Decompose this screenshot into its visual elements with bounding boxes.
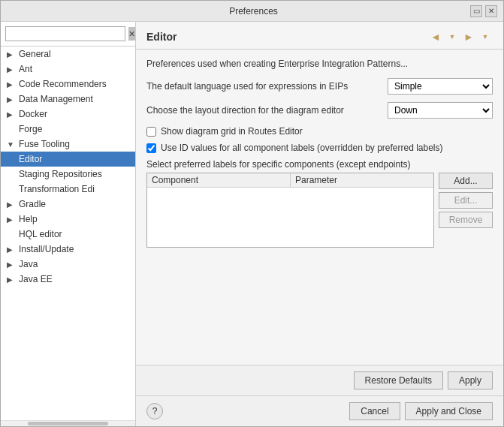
arrow-icon: ▶	[7, 80, 16, 89]
table-buttons: Add... Edit... Remove	[439, 173, 493, 248]
search-clear-button[interactable]: ✕	[128, 27, 135, 41]
table-area: Component Parameter Add... Edit... Remov…	[146, 173, 493, 248]
preferred-labels-table[interactable]: Component Parameter	[146, 173, 434, 248]
language-row: The default language used for expression…	[146, 78, 493, 95]
arrow-icon: ▶	[7, 200, 16, 209]
sidebar-item-label: Java	[19, 259, 38, 269]
sidebar-item-forge[interactable]: Forge	[1, 122, 135, 137]
close-button[interactable]: ✕	[485, 5, 497, 17]
window-title: Preferences	[37, 6, 470, 17]
content-area: ✕ ▶ General ▶ Ant ▶ Code Recommenders ▶ …	[1, 22, 503, 426]
layout-row: Choose the layout direction for the diag…	[146, 102, 493, 119]
sidebar-item-label: HQL editor	[19, 229, 62, 239]
right-panel: Editor ◄ ▼ ► ▼ Preferences used when cre…	[136, 22, 503, 426]
arrow-icon: ▶	[7, 50, 16, 59]
edit-button[interactable]: Edit...	[439, 192, 493, 209]
description-text: Preferences used when creating Enterpris…	[146, 59, 493, 69]
apply-and-close-button[interactable]: Apply and Close	[405, 402, 493, 420]
arrow-icon: ▶	[7, 95, 16, 104]
table-header: Component Parameter	[147, 173, 433, 188]
sidebar-item-label: Transformation Edi	[19, 184, 95, 194]
sidebar-item-label: General	[19, 49, 51, 59]
tree-container: ▶ General ▶ Ant ▶ Code Recommenders ▶ Da…	[1, 47, 135, 420]
table-section: Select preferred labels for specific com…	[146, 159, 493, 248]
sidebar-item-general[interactable]: ▶ General	[1, 47, 135, 62]
preferences-window: Preferences ▭ ✕ ✕ ▶ General ▶ Ant	[0, 0, 504, 427]
sidebar-item-docker[interactable]: ▶ Docker	[1, 107, 135, 122]
show-grid-row: Show diagram grid in Routes Editor	[146, 126, 493, 137]
sidebar-item-label: Gradle	[19, 199, 46, 209]
footer-right-buttons: Cancel Apply and Close	[349, 402, 493, 420]
cancel-button[interactable]: Cancel	[349, 402, 400, 420]
sidebar-item-label: Install/Update	[19, 244, 74, 254]
remove-button[interactable]: Remove	[439, 212, 493, 228]
apply-button[interactable]: Apply	[448, 371, 493, 389]
show-grid-checkbox[interactable]	[146, 127, 156, 137]
use-id-label: Use ID values for all component labels (…	[161, 143, 443, 153]
restore-button[interactable]: ▭	[470, 5, 482, 17]
preferred-labels-label: Select preferred labels for specific com…	[146, 159, 493, 170]
sidebar: ✕ ▶ General ▶ Ant ▶ Code Recommenders ▶ …	[1, 22, 136, 426]
sidebar-item-java[interactable]: ▶ Java	[1, 257, 135, 272]
arrow-icon: ▶	[7, 110, 16, 119]
show-grid-label: Show diagram grid in Routes Editor	[161, 126, 303, 137]
editor-body: Preferences used when creating Enterpris…	[136, 50, 503, 365]
search-input[interactable]	[5, 26, 125, 41]
nav-forward-dropdown-button[interactable]: ▼	[478, 29, 493, 44]
sidebar-item-label: Java EE	[19, 274, 53, 284]
nav-arrows: ◄ ▼ ► ▼	[428, 29, 493, 44]
restore-defaults-button[interactable]: Restore Defaults	[354, 371, 443, 389]
sidebar-item-staging-repositories[interactable]: Staging Repositories	[1, 167, 135, 182]
sidebar-item-code-recommenders[interactable]: ▶ Code Recommenders	[1, 77, 135, 92]
sidebar-item-label: Editor	[19, 154, 42, 164]
nav-back-dropdown-button[interactable]: ▼	[445, 29, 460, 44]
layout-label: Choose the layout direction for the diag…	[146, 105, 382, 116]
editor-header: Editor ◄ ▼ ► ▼	[136, 22, 503, 50]
sidebar-item-label: Docker	[19, 109, 47, 119]
use-id-checkbox[interactable]	[146, 143, 156, 153]
arrow-icon: ▶	[7, 215, 16, 224]
arrow-icon: ▶	[7, 260, 16, 269]
title-bar: Preferences ▭ ✕	[1, 1, 503, 22]
sidebar-item-install-update[interactable]: ▶ Install/Update	[1, 242, 135, 257]
sidebar-item-label: Ant	[19, 64, 32, 74]
arrow-icon: ▶	[7, 65, 16, 74]
column-component: Component	[147, 173, 291, 187]
help-button[interactable]: ?	[146, 403, 163, 419]
sidebar-item-label: Help	[19, 214, 38, 224]
sidebar-item-help[interactable]: ▶ Help	[1, 212, 135, 227]
sidebar-item-label: Data Management	[19, 94, 93, 104]
nav-forward-button[interactable]: ►	[461, 29, 476, 44]
sidebar-item-label: Forge	[19, 124, 42, 134]
footer-bar: ? Cancel Apply and Close	[136, 395, 503, 426]
sidebar-item-gradle[interactable]: ▶ Gradle	[1, 197, 135, 212]
add-button[interactable]: Add...	[439, 173, 493, 189]
arrow-icon: ▶	[7, 245, 16, 254]
sidebar-item-data-management[interactable]: ▶ Data Management	[1, 92, 135, 107]
editor-title: Editor	[146, 31, 177, 43]
sidebar-item-java-ee[interactable]: ▶ Java EE	[1, 272, 135, 287]
sidebar-item-editor[interactable]: Editor	[1, 152, 135, 167]
column-parameter: Parameter	[291, 173, 433, 187]
sidebar-item-label: Fuse Tooling	[19, 139, 70, 149]
sidebar-item-transformation-edi[interactable]: Transformation Edi	[1, 182, 135, 197]
sidebar-item-label: Staging Repositories	[19, 169, 102, 179]
language-select[interactable]: Simple Java JavaScript XPath Groovy	[388, 78, 493, 95]
search-bar: ✕	[1, 22, 135, 47]
language-label: The default language used for expression…	[146, 81, 382, 92]
use-id-row: Use ID values for all component labels (…	[146, 143, 493, 153]
arrow-icon: ▶	[7, 275, 16, 284]
sidebar-item-hql-editor[interactable]: HQL editor	[1, 227, 135, 242]
bottom-bar: Restore Defaults Apply	[136, 365, 503, 395]
sidebar-item-fuse-tooling[interactable]: ▼ Fuse Tooling	[1, 137, 135, 152]
nav-back-button[interactable]: ◄	[428, 29, 443, 44]
title-bar-controls: ▭ ✕	[470, 5, 497, 17]
sidebar-item-ant[interactable]: ▶ Ant	[1, 62, 135, 77]
sidebar-item-label: Code Recommenders	[19, 79, 107, 89]
layout-select[interactable]: Down Up Left Right	[388, 102, 493, 119]
arrow-icon: ▼	[7, 140, 16, 149]
